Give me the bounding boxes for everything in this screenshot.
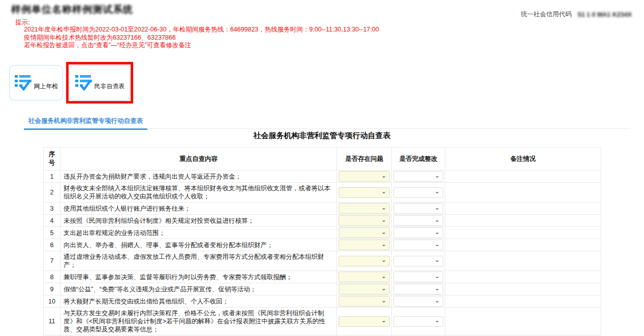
remark-input[interactable]: [447, 284, 599, 294]
site-logo-redacted: 样例单位名称样例测试系统: [11, 3, 133, 16]
problem-exists-select[interactable]: ⌄: [339, 256, 390, 266]
row-no: 4: [44, 215, 60, 227]
notice: 2021年度年检申报时间为2022-03-01至2022-06-30，年检期间服…: [24, 26, 379, 50]
remark-input[interactable]: [447, 272, 599, 282]
col-remarks: 备注情况: [445, 148, 601, 171]
chevron-down-icon: ⌄: [435, 242, 440, 247]
table-row: 10 将大额财产长期无偿交由或出借给其他组织、个人不收回； ⌄ ⌄: [44, 295, 601, 308]
problem-exists-select[interactable]: ⌄: [339, 272, 390, 282]
problem-exists-select[interactable]: ⌄: [339, 227, 390, 238]
remark-input[interactable]: [447, 316, 599, 326]
col-check-content: 重点自查内容: [60, 148, 337, 171]
rectified-select[interactable]: ⌄: [393, 215, 443, 226]
table-header-row: 序号 重点自查内容 是否存在问题 是否完成整改 备注情况: [44, 148, 601, 171]
table-row: 5 支出超出章程规定的业务活动范围； ⌄ ⌄: [44, 227, 601, 239]
table-body: 1 违反开办资金为捐助财产要求，违规向出资人等返还开办资金； ⌄ ⌄ 2 财务收…: [44, 171, 601, 336]
row-no: 8: [44, 271, 60, 283]
problem-exists-select[interactable]: ⌄: [339, 171, 390, 182]
row-no: 5: [44, 227, 60, 239]
row-no: 9: [44, 283, 60, 295]
remark-input[interactable]: [447, 256, 599, 266]
notice-line: 疫情期间年检技术热线暂时改为63237166、63237866: [24, 34, 379, 42]
problem-exists-select[interactable]: ⌄: [339, 187, 390, 198]
remark-input[interactable]: [447, 172, 599, 182]
row-content: 使用其他组织或个人银行账户进行账务往来；: [60, 203, 337, 215]
card-label: 民非自查表: [95, 82, 125, 91]
rectified-select[interactable]: ⌄: [393, 256, 443, 266]
table-row: 2 财务收支未全部纳入本组织法定账簿核算、将本组织财务收支与其他组织收支混管，或…: [44, 183, 601, 203]
row-content: 将大额财产长期无偿交由或出借给其他组织、个人不收回；: [60, 295, 337, 308]
chevron-down-icon: ⌄: [381, 298, 386, 303]
row-content: 兼职理事、监事参加决策、监督等履职行为时以劳务费、专家费等方式领取报酬；: [60, 271, 337, 283]
remark-input[interactable]: [447, 216, 599, 226]
table-row: 6 向出资人、举办者、捐赠人、理事、监事等分配或者变相分配本组织财产； ⌄ ⌄: [44, 239, 601, 251]
row-content: 假借“公益”、“免费”等名义违规为企业或产品开展宣传、促销等活动；: [60, 283, 337, 295]
problem-exists-select[interactable]: ⌄: [339, 215, 390, 226]
chevron-down-icon: ⌄: [381, 274, 386, 279]
row-no: 2: [44, 183, 60, 203]
row-no: 3: [44, 203, 60, 215]
self-check-form-section: 社会服务机构非营利监管专项行动自查表 序号 重点自查内容 是否存在问题 是否完成…: [43, 131, 601, 336]
highlight-red-border: 民非自查表: [66, 62, 133, 104]
col-serial-no: 序号: [44, 148, 60, 171]
chevron-down-icon: ⌄: [381, 257, 386, 262]
row-no: 10: [44, 295, 60, 308]
chevron-down-icon: ⌄: [435, 189, 440, 194]
rectified-select[interactable]: ⌄: [393, 316, 443, 327]
chevron-down-icon: ⌄: [435, 298, 440, 303]
tab-self-check-form[interactable]: 社会服务机构非营利监管专项行动自查表: [24, 115, 147, 130]
self-check-table: 序号 重点自查内容 是否存在问题 是否完成整改 备注情况 1 违反开办资金为捐助…: [43, 147, 601, 336]
table-row: 9 假借“公益”、“免费”等名义违规为企业或产品开展宣传、促销等活动； ⌄ ⌄: [44, 283, 601, 295]
chevron-down-icon: ⌄: [381, 242, 386, 247]
rectified-select[interactable]: ⌄: [393, 187, 443, 198]
problem-exists-select[interactable]: ⌄: [339, 284, 390, 294]
row-content: 向出资人、举办者、捐赠人、理事、监事等分配或者变相分配本组织财产；: [60, 239, 337, 251]
row-content: 未按照《民间非营利组织会计制度》相关规定对投资收益进行核算；: [60, 215, 337, 227]
chevron-down-icon: ⌄: [435, 205, 440, 210]
rectified-select[interactable]: ⌄: [393, 203, 443, 214]
chevron-down-icon: ⌄: [381, 217, 386, 222]
rectified-select[interactable]: ⌄: [393, 284, 443, 294]
checklist-icon: [14, 74, 33, 91]
credit-code: 统一社会信用代码 51 1 0 MA1 K234X: [521, 10, 632, 19]
rectified-select[interactable]: ⌄: [393, 296, 443, 307]
remark-input[interactable]: [447, 296, 599, 307]
problem-exists-select[interactable]: ⌄: [339, 316, 390, 327]
problem-exists-select[interactable]: ⌄: [339, 240, 390, 250]
remark-input[interactable]: [447, 228, 599, 238]
card-minfei-self-check-form[interactable]: 民非自查表: [69, 65, 130, 100]
chevron-down-icon: ⌄: [381, 286, 386, 291]
card-label: 网上年检: [34, 82, 58, 91]
problem-exists-select[interactable]: ⌄: [339, 203, 390, 214]
table-row: 1 违反开办资金为捐助财产要求，违规向出资人等返还开办资金； ⌄ ⌄: [44, 171, 601, 183]
remark-input[interactable]: [447, 187, 599, 197]
rectified-select[interactable]: ⌄: [393, 171, 443, 182]
notice-line: 2021年度年检申报时间为2022-03-01至2022-06-30，年检期间服…: [24, 26, 379, 34]
rectified-select[interactable]: ⌄: [393, 272, 443, 282]
table-row: 11 与关联方发生交易时未履行内部决策程序、价格不公允，或者未按照《民间非营利组…: [44, 308, 601, 335]
rectified-select[interactable]: ⌄: [393, 227, 443, 238]
checklist-icon: [75, 74, 93, 91]
chevron-down-icon: ⌄: [381, 205, 386, 210]
row-no: 1: [44, 171, 60, 183]
row-content: 与关联方发生交易时未履行内部决策程序、价格不公允，或者未按照《民间非营利组织会计…: [60, 308, 337, 335]
row-content: 支出超出章程规定的业务活动范围；: [60, 227, 337, 239]
chevron-down-icon: ⌄: [435, 274, 440, 279]
row-no: 7: [44, 251, 60, 271]
remark-input[interactable]: [447, 240, 599, 250]
remark-input[interactable]: [447, 204, 599, 214]
table-row: 3 使用其他组织或个人银行账户进行账务往来； ⌄ ⌄: [44, 203, 601, 215]
row-content: 违反开办资金为捐助财产要求，违规向出资人等返还开办资金；: [60, 171, 337, 183]
chevron-down-icon: ⌄: [381, 229, 386, 234]
chevron-down-icon: ⌄: [381, 189, 386, 194]
chevron-down-icon: ⌄: [435, 173, 440, 178]
table-row: 7 通过虚增业务活动成本、虚假发放工作人员费用、专家费用等方式分配或者变相分配本…: [44, 251, 601, 271]
chevron-down-icon: ⌄: [381, 173, 386, 178]
chevron-down-icon: ⌄: [435, 257, 440, 262]
rectified-select[interactable]: ⌄: [393, 240, 443, 250]
card-online-annual-check[interactable]: 网上年检: [9, 65, 63, 100]
problem-exists-select[interactable]: ⌄: [339, 296, 390, 307]
chevron-down-icon: ⌄: [435, 318, 440, 323]
chevron-down-icon: ⌄: [435, 217, 440, 222]
credit-code-value-redacted: 51 1 0 MA1 K234X: [578, 11, 632, 18]
